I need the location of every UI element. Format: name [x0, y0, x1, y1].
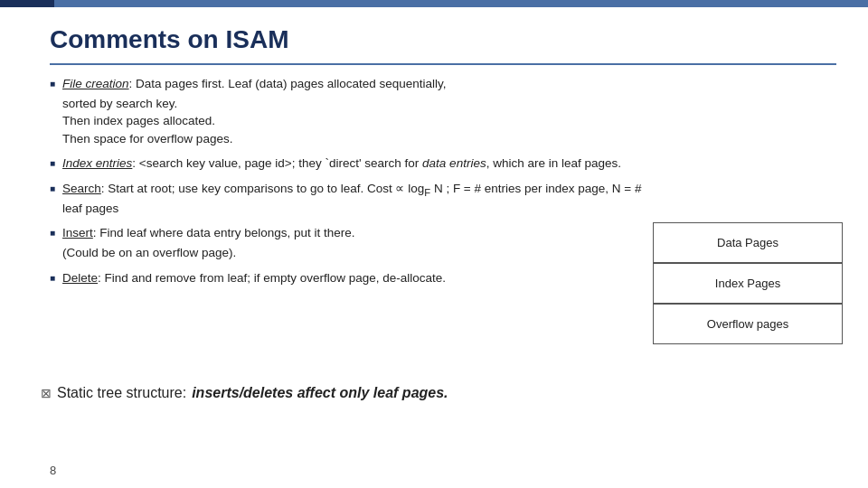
diagram-index-pages: Index Pages	[653, 263, 843, 304]
diagram-overflow-pages: Overflow pages	[653, 304, 843, 344]
bullet-delete: ■ Delete: Find and remove from leaf; if …	[50, 269, 656, 287]
bullet-icon-1: ■	[50, 78, 55, 90]
bullet-label-2: Index entries	[62, 156, 132, 170]
static-prefix: Static tree structure:	[57, 385, 186, 401]
bullet-text-4: Insert: Find leaf where data entry belon…	[62, 224, 354, 261]
bullet-label-1: File creation	[62, 77, 129, 90]
static-italic: inserts/deletes affect only leaf pages.	[192, 385, 448, 401]
slide: Comments on ISAM ■ File creation: Data p…	[0, 7, 868, 488]
title-rule	[50, 63, 836, 65]
bullet-text-5: Delete: Find and remove from leaf; if em…	[62, 269, 446, 287]
bullet-icon-2: ■	[50, 157, 55, 170]
page-number: 8	[50, 464, 56, 477]
bullet-text-2: Index entries: <search key value, page i…	[62, 155, 621, 173]
bullet-text-3: Search: Start at root; use key compariso…	[62, 180, 656, 218]
diagram: Data Pages Index Pages Overflow pages	[653, 222, 843, 344]
bullet-index-entries: ■ Index entries: <search key value, page…	[50, 155, 656, 173]
bullet-file-creation: ■ File creation: Data pages first. Leaf …	[50, 75, 656, 147]
content-area: ■ File creation: Data pages first. Leaf …	[50, 75, 656, 294]
bullet-search: ■ Search: Start at root; use key compari…	[50, 180, 656, 218]
bullet-insert: ■ Insert: Find leaf where data entry bel…	[50, 224, 656, 261]
data-entries-italic: data entries	[422, 156, 486, 170]
bullet-icon-5: ■	[50, 272, 55, 285]
bullet-label-4: Insert	[62, 226, 93, 239]
bullet-icon-4: ■	[50, 227, 55, 239]
top-bar	[0, 0, 868, 7]
bullet-label-5: Delete	[62, 271, 98, 285]
bullet-icon-3: ■	[50, 183, 55, 195]
diagram-data-pages: Data Pages	[653, 222, 843, 263]
bullet-label-3: Search	[62, 182, 101, 195]
bullet-sublines-4: (Could be on an overflow page).	[62, 244, 354, 262]
page-title: Comments on ISAM	[50, 25, 288, 54]
bullet-text-1: File creation: Data pages first. Leaf (d…	[62, 75, 447, 147]
static-tree-line: ⊠ Static tree structure: inserts/deletes…	[41, 385, 448, 401]
envelope-icon: ⊠	[41, 386, 52, 400]
bullet-sublines-1: sorted by search key. Then index pages a…	[62, 95, 447, 148]
